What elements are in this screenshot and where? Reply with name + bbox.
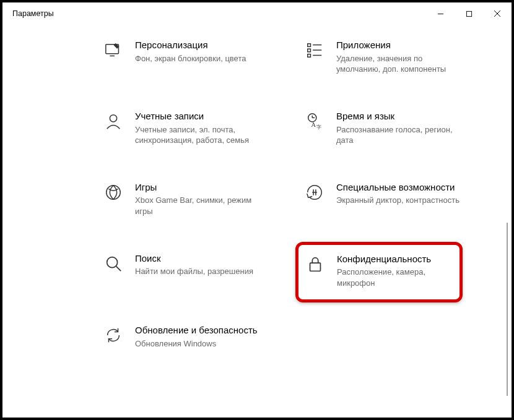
window-controls [426,2,512,25]
svg-rect-9 [308,54,311,58]
tile-privacy[interactable]: Конфиденциальность Расположение, камера,… [295,242,463,303]
svg-line-24 [116,266,121,271]
tile-accounts[interactable]: Учетные записи Учетные записи, эл. почта… [103,111,270,146]
titlebar: Параметры [2,2,512,25]
tile-update-security[interactable]: Обновление и безопасность Обновления Win… [103,325,270,349]
tile-apps[interactable]: Приложения Удаление, значения по умолчан… [304,40,471,75]
settings-grid: Персонализация Фон, экран блокировки, цв… [103,40,493,349]
tile-desc: Экранный диктор, контрастность [336,195,460,206]
tile-title: Конфиденциальность [337,254,442,265]
content-area: Персонализация Фон, экран блокировки, цв… [2,25,512,418]
svg-text:字: 字 [316,124,321,130]
svg-point-13 [110,115,116,122]
tile-title: Игры [135,182,259,194]
svg-text:A: A [311,121,316,128]
tile-personalization[interactable]: Персонализация Фон, экран блокировки, цв… [103,40,270,75]
tile-title: Время и язык [336,111,460,122]
svg-point-19 [107,185,121,199]
tile-title: Приложения [336,40,460,51]
svg-rect-25 [310,263,321,271]
tile-search[interactable]: Поиск Найти мои файлы, разрешения [103,253,270,289]
gaming-icon [103,182,124,203]
tile-title: Обновление и безопасность [135,325,258,336]
settings-window: Параметры [0,0,514,420]
tile-title: Поиск [135,253,253,265]
tile-desc: Распознавание голоса, регион, дата [336,124,460,146]
close-button[interactable] [483,2,512,25]
svg-rect-7 [308,44,311,47]
svg-rect-8 [308,49,311,52]
time-language-icon: A 字 [304,111,325,132]
maximize-button[interactable] [455,2,483,25]
tile-title: Специальные возможности [336,182,460,194]
scrollbar[interactable] [507,223,508,396]
tile-desc: Найти мои файлы, разрешения [135,266,253,277]
tile-time-language[interactable]: A 字 Время и язык Распознавание голоса, р… [304,111,471,146]
accounts-icon [103,111,124,132]
window-title: Параметры [12,9,54,18]
tile-gaming[interactable]: Игры Xbox Game Bar, снимки, режим игры [103,182,270,217]
tile-desc: Обновления Windows [135,338,258,349]
lock-icon [305,254,326,275]
update-icon [103,325,124,346]
tile-title: Учетные записи [135,111,259,122]
tile-desc: Xbox Game Bar, снимки, режим игры [135,195,259,216]
svg-rect-1 [466,11,471,16]
tile-desc: Удаление, значения по умолчанию, доп. ко… [336,53,460,75]
minimize-button[interactable] [426,2,455,25]
tile-ease-of-access[interactable]: Специальные возможности Экранный диктор,… [304,182,471,217]
tile-desc: Расположение, камера, микрофон [337,267,442,288]
apps-icon [304,40,325,61]
svg-point-23 [107,257,118,267]
search-icon [103,253,124,274]
tile-title: Персонализация [135,40,246,51]
ease-of-access-icon [304,182,325,203]
tile-desc: Фон, экран блокировки, цвета [135,53,246,64]
tile-desc: Учетные записи, эл. почта, синхронизация… [135,124,259,146]
personalization-icon [103,40,124,61]
